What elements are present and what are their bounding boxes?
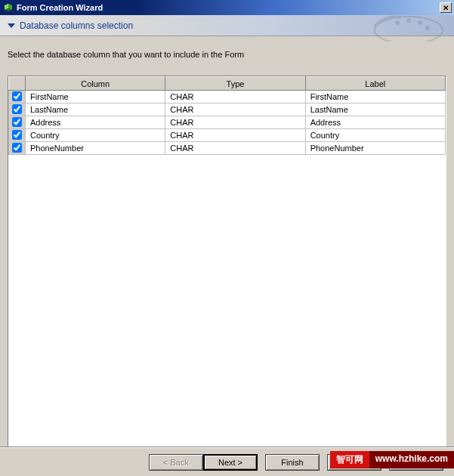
header-column[interactable]: Column [26,77,165,91]
row-checkbox[interactable] [12,91,22,101]
columns-table-container: Column Type Label FirstNameCHARFirstName… [8,76,446,449]
cell-type[interactable]: CHAR [165,129,305,142]
table-row[interactable]: PhoneNumberCHARPhoneNumber [9,142,446,155]
table-row[interactable]: AddressCHARAddress [9,116,446,129]
svg-point-3 [418,20,422,25]
columns-table: Column Type Label FirstNameCHARFirstName… [8,76,446,155]
svg-point-1 [395,20,400,25]
finish-button[interactable]: Finish [265,454,320,471]
row-checkbox[interactable] [12,117,22,127]
cell-column[interactable]: Country [26,129,165,142]
content-area: Select the database column that you want… [0,36,454,456]
cell-column[interactable]: LastName [26,104,165,116]
cell-label[interactable]: LastName [305,104,445,116]
watermark-right: www.hzhike.com [369,451,454,468]
cell-type[interactable]: CHAR [165,91,305,104]
row-checkbox[interactable] [12,143,22,153]
collapse-arrow-icon[interactable] [8,23,15,28]
cell-label[interactable]: Address [305,116,445,129]
cell-type[interactable]: CHAR [165,104,305,116]
row-checkbox[interactable] [12,130,22,140]
watermark: 智可网 www.hzhike.com [330,451,454,468]
header-label[interactable]: Label [305,77,445,91]
header-type[interactable]: Type [165,77,305,91]
instruction-text: Select the database column that you want… [8,50,446,59]
row-checkbox[interactable] [12,104,22,114]
header-checkbox [9,77,26,91]
cell-type[interactable]: CHAR [165,142,305,155]
table-row[interactable]: LastNameCHARLastName [9,104,446,116]
cell-label[interactable]: Country [305,129,445,142]
window-title: Form Creation Wizard [17,3,103,12]
watermark-left: 智可网 [330,451,369,468]
next-button[interactable]: Next > [203,454,258,471]
app-icon [3,2,14,13]
cell-label[interactable]: FirstName [305,91,445,104]
cell-type[interactable]: CHAR [165,116,305,129]
cell-column[interactable]: Address [26,116,165,129]
cell-column[interactable]: FirstName [26,91,165,104]
section-header: Database columns selection [0,15,454,36]
cell-column[interactable]: PhoneNumber [26,142,165,155]
back-button: < Back [149,454,203,471]
decorative-phone-icon [356,11,446,42]
section-title: Database columns selection [20,20,133,31]
cell-label[interactable]: PhoneNumber [305,142,445,155]
svg-point-2 [406,18,411,23]
svg-point-4 [425,26,430,30]
table-row[interactable]: FirstNameCHARFirstName [9,91,446,104]
table-row[interactable]: CountryCHARCountry [9,129,446,142]
